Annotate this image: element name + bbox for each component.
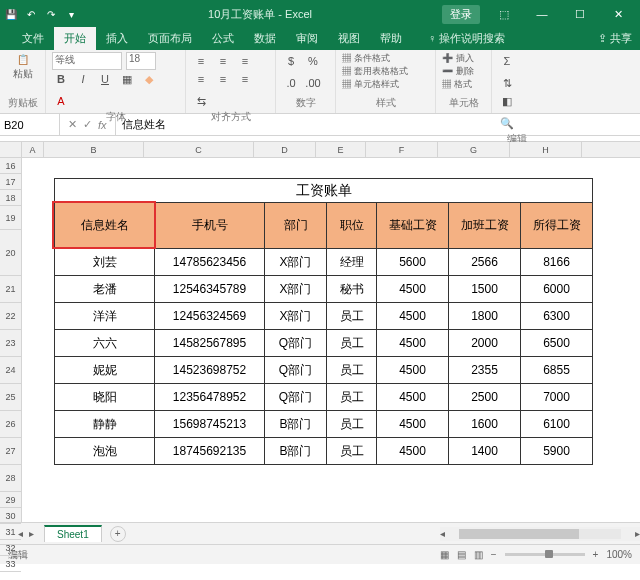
share-button[interactable]: ⇪ 共享	[598, 31, 632, 46]
table-cell[interactable]: 员工	[327, 438, 377, 465]
table-cell[interactable]: 6500	[521, 330, 593, 357]
row-header-20[interactable]: 20	[0, 230, 21, 276]
font-color-icon[interactable]: A	[52, 92, 70, 110]
bold-icon[interactable]: B	[52, 70, 70, 88]
table-cell[interactable]: Q部门	[265, 384, 327, 411]
zoom-out-icon[interactable]: −	[491, 549, 497, 560]
table-cell[interactable]: 6300	[521, 303, 593, 330]
table-cell[interactable]: 员工	[327, 330, 377, 357]
col-headers[interactable]: ABCDEFGH	[22, 142, 640, 158]
h-scroll-thumb[interactable]	[459, 529, 579, 539]
scroll-left-icon[interactable]: ◂	[440, 528, 445, 539]
undo-icon[interactable]: ↶	[24, 7, 38, 21]
tab-file[interactable]: 文件	[12, 27, 54, 50]
format-button[interactable]: ▦ 格式	[442, 78, 485, 91]
row-header-19[interactable]: 19	[0, 206, 21, 230]
currency-icon[interactable]: $	[282, 52, 300, 70]
dec-inc-icon[interactable]: .0	[282, 74, 300, 92]
table-cell[interactable]: 2355	[449, 357, 521, 384]
zoom-in-icon[interactable]: +	[593, 549, 599, 560]
align-right-icon[interactable]: ≡	[236, 70, 254, 88]
row-header-25[interactable]: 25	[0, 384, 21, 411]
row-headers[interactable]: 161718192021222324252627282930313233	[0, 158, 22, 522]
align-mid-icon[interactable]: ≡	[214, 52, 232, 70]
font-name-select[interactable]: 等线	[52, 52, 122, 70]
table-cell[interactable]: 4500	[377, 411, 449, 438]
col-header-F[interactable]: F	[366, 142, 438, 157]
merge-icon[interactable]: ⇆	[192, 92, 210, 110]
table-cell[interactable]: 7000	[521, 384, 593, 411]
table-cell[interactable]: 妮妮	[55, 357, 155, 384]
row-header-22[interactable]: 22	[0, 303, 21, 330]
col-header-A[interactable]: A	[22, 142, 44, 157]
table-cell[interactable]: 1500	[449, 276, 521, 303]
table-cell[interactable]: 14582567895	[155, 330, 265, 357]
select-all-corner[interactable]	[0, 142, 22, 158]
tab-data[interactable]: 数据	[244, 27, 286, 50]
table-cell[interactable]: 4500	[377, 303, 449, 330]
fill-color-icon[interactable]: ◆	[140, 70, 158, 88]
paste-button[interactable]: 📋 粘贴	[6, 52, 39, 83]
table-cell[interactable]: 2000	[449, 330, 521, 357]
row-header-18[interactable]: 18	[0, 190, 21, 206]
table-cell[interactable]: 洋洋	[55, 303, 155, 330]
delete-button[interactable]: ➖ 删除	[442, 65, 485, 78]
minimize-icon[interactable]: —	[524, 0, 560, 28]
table-cell[interactable]: 14523698752	[155, 357, 265, 384]
autosum-icon[interactable]: Σ	[498, 52, 516, 70]
table-cell[interactable]: 2500	[449, 384, 521, 411]
sort-icon[interactable]: ⇅	[498, 74, 516, 92]
col-header-H[interactable]: H	[510, 142, 582, 157]
cancel-icon[interactable]: ✕	[68, 118, 77, 131]
table-cell[interactable]: 六六	[55, 330, 155, 357]
zoom-slider[interactable]	[505, 553, 585, 556]
name-box[interactable]: B20	[0, 114, 60, 135]
table-cell[interactable]: 泡泡	[55, 438, 155, 465]
table-cell[interactable]: Q部门	[265, 357, 327, 384]
table-cell[interactable]: X部门	[265, 276, 327, 303]
h-scrollbar[interactable]: ◂ ▸	[440, 527, 640, 541]
table-cell[interactable]: X部门	[265, 303, 327, 330]
maximize-icon[interactable]: ☐	[562, 0, 598, 28]
table-cell[interactable]: 员工	[327, 303, 377, 330]
table-cell[interactable]: 员工	[327, 357, 377, 384]
table-cell[interactable]: Q部门	[265, 330, 327, 357]
table-cell[interactable]: 2566	[449, 249, 521, 276]
col-header-G[interactable]: G	[438, 142, 510, 157]
col-header-B[interactable]: B	[44, 142, 144, 157]
table-format-button[interactable]: ▦ 套用表格格式	[342, 65, 429, 78]
table-cell[interactable]: 18745692135	[155, 438, 265, 465]
zoom-level[interactable]: 100%	[606, 549, 632, 560]
ribbon-options-icon[interactable]: ⬚	[486, 0, 522, 28]
table-cell[interactable]: 12546345789	[155, 276, 265, 303]
table-cell[interactable]: 5600	[377, 249, 449, 276]
table-cell[interactable]: 8166	[521, 249, 593, 276]
cell-styles-button[interactable]: ▦ 单元格样式	[342, 78, 429, 91]
table-cell[interactable]: 1400	[449, 438, 521, 465]
table-cell[interactable]: 5900	[521, 438, 593, 465]
table-cell[interactable]: 4500	[377, 357, 449, 384]
row-header-21[interactable]: 21	[0, 276, 21, 303]
table-cell[interactable]: 15698745213	[155, 411, 265, 438]
table-cell[interactable]: 14785623456	[155, 249, 265, 276]
row-header-29[interactable]: 29	[0, 492, 21, 508]
enter-icon[interactable]: ✓	[83, 118, 92, 131]
row-header-17[interactable]: 17	[0, 174, 21, 190]
row-header-23[interactable]: 23	[0, 330, 21, 357]
col-header-D[interactable]: D	[254, 142, 316, 157]
table-cell[interactable]: 4500	[377, 276, 449, 303]
table-cell[interactable]: 静静	[55, 411, 155, 438]
tell-me[interactable]: ♀ 操作说明搜索	[418, 27, 515, 50]
row-header-31[interactable]: 31	[0, 524, 21, 540]
border-icon[interactable]: ▦	[118, 70, 136, 88]
table-cell[interactable]: 秘书	[327, 276, 377, 303]
tab-home[interactable]: 开始	[54, 27, 96, 50]
align-left-icon[interactable]: ≡	[192, 70, 210, 88]
view-normal-icon[interactable]: ▦	[440, 549, 449, 560]
align-bot-icon[interactable]: ≡	[236, 52, 254, 70]
table-cell[interactable]: 1800	[449, 303, 521, 330]
login-button[interactable]: 登录	[442, 5, 480, 24]
font-size-select[interactable]: 18	[126, 52, 156, 70]
italic-icon[interactable]: I	[74, 70, 92, 88]
table-cell[interactable]: 12356478952	[155, 384, 265, 411]
